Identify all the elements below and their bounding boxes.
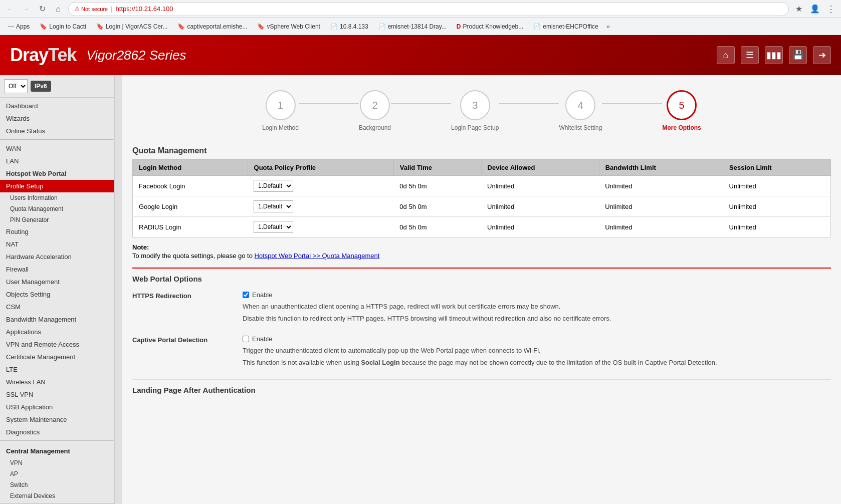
sidebar-item-vpn-central[interactable]: VPN — [0, 457, 114, 468]
row-fb-policy: 1.Default — [248, 176, 393, 196]
col-bandwidth-limit: Bandwidth Limit — [599, 160, 723, 176]
sidebar-item-profile-setup[interactable]: Profile Setup — [0, 180, 114, 192]
forward-button[interactable]: → — [20, 3, 32, 15]
bookmark-product[interactable]: D Product Knowledgeb... — [453, 22, 527, 31]
back-button[interactable]: ← — [4, 3, 16, 15]
save-icon-btn[interactable]: 💾 — [789, 46, 807, 64]
bookmark-emisnet[interactable]: 📄 emisnet-13814 Dray... — [374, 22, 451, 31]
sidebar-item-quota[interactable]: Quota Management — [0, 203, 114, 214]
row-fb-time: 0d 5h 0m — [393, 176, 481, 196]
url-text: https://10.21.64.100 — [116, 5, 173, 13]
sidebar-item-system[interactable]: System Maintenance — [0, 413, 114, 426]
https-enable-label[interactable]: Enable — [243, 291, 831, 299]
sidebar-item-dashboard[interactable]: Dashboard — [0, 100, 114, 112]
chart-icon-btn[interactable]: ▮▮▮ — [765, 46, 783, 64]
reload-button[interactable]: ↻ — [36, 3, 48, 15]
quota-management-link[interactable]: Hotspot Web Portal >> Quota Management — [255, 252, 380, 260]
sidebar-item-wan[interactable]: WAN — [0, 142, 114, 155]
https-enable-checkbox[interactable] — [243, 292, 249, 298]
sidebar-item-vpn-remote[interactable]: VPN and Remote Access — [0, 338, 114, 351]
table-row-facebook: Facebook Login 1.Default 0d 5h 0m Unlimi… — [133, 176, 831, 196]
home-button[interactable]: ⌂ — [52, 3, 64, 15]
sidebar-item-central-mgmt[interactable]: Central Management — [0, 443, 114, 457]
sidebar-item-certificate[interactable]: Certificate Management — [0, 351, 114, 363]
browser-menu-button[interactable]: ⋮ — [825, 3, 837, 15]
sidebar-item-wireless[interactable]: Wireless LAN — [0, 376, 114, 388]
bookmark-ip[interactable]: 📄 10.8.4.133 — [326, 22, 372, 31]
step-5: 5 More Options — [662, 90, 701, 131]
col-device-allowed: Device Allowed — [481, 160, 599, 176]
bookmark-star-button[interactable]: ★ — [793, 3, 805, 15]
sidebar-item-bandwidth[interactable]: Bandwidth Management — [0, 313, 114, 326]
sidebar-item-objects[interactable]: Objects Setting — [0, 288, 114, 301]
note-section: Note: To modify the quota settings, plea… — [132, 243, 831, 260]
step-3-circle[interactable]: 3 — [460, 90, 490, 120]
step-line-4 — [602, 103, 662, 104]
sidebar-item-usb[interactable]: USB Application — [0, 401, 114, 413]
step-4-label: Whitelist Setting — [559, 124, 602, 131]
landing-page-title: Landing Page After Authentication — [132, 379, 831, 394]
cacti-icon: 🔖 — [40, 23, 47, 30]
address-separator: | — [111, 5, 112, 13]
captive-portal-row: Captive Portal Detection Enable Trigger … — [132, 335, 831, 369]
sidebar-item-hardware[interactable]: Hardware Acceleration — [0, 250, 114, 263]
home-icon-btn[interactable]: ⌂ — [717, 46, 735, 64]
sidebar-item-lte[interactable]: LTE — [0, 363, 114, 376]
sidebar-item-ap[interactable]: AP — [0, 468, 114, 479]
wizard-steps: 1 Login Method 2 Background 3 Login Pa — [132, 85, 831, 146]
captive-enable-label[interactable]: Enable — [243, 335, 831, 343]
nav-divider-1 — [0, 139, 114, 140]
step-container-4: 4 Whitelist Setting — [559, 90, 662, 131]
sidebar-item-external[interactable]: External Devices — [0, 490, 114, 501]
sidebar-item-pin[interactable]: PIN Generator — [0, 214, 114, 225]
sidebar-item-user-mgmt[interactable]: User Management — [0, 276, 114, 288]
step-2-circle[interactable]: 2 — [360, 90, 390, 120]
sidebar-item-lan[interactable]: LAN — [0, 155, 114, 167]
router-header: DrayTek Vigor2862 Series ⌂ ☰ ▮▮▮ 💾 ➔ — [0, 35, 841, 75]
bookmark-cacti-label: Login to Cacti — [49, 23, 86, 30]
sidebar-item-firewall[interactable]: Firewall — [0, 263, 114, 276]
address-bar[interactable]: ⚠ Not secure | https://10.21.64.100 — [68, 2, 789, 16]
bookmark-vsphere[interactable]: 🔖 vSphere Web Client — [253, 22, 324, 31]
sidebar-item-csm[interactable]: CSM — [0, 301, 114, 313]
bookmark-apps[interactable]: ⋅⋅⋅ Apps — [4, 22, 34, 31]
web-portal-options-section: Web Portal Options HTTPS Redirection Ena… — [132, 268, 831, 369]
step-5-circle[interactable]: 5 — [667, 90, 697, 120]
step-4-circle[interactable]: 4 — [565, 90, 595, 120]
sidebar-item-online-status[interactable]: Online Status — [0, 125, 114, 137]
sidebar-item-nat[interactable]: NAT — [0, 238, 114, 250]
bookmark-cacti[interactable]: 🔖 Login to Cacti — [36, 22, 90, 31]
bookmark-vsphere-label: vSphere Web Client — [267, 23, 320, 30]
col-quota-policy: Quota Policy Profile — [248, 160, 393, 176]
profile-button[interactable]: 👤 — [809, 3, 821, 15]
row-fb-policy-select[interactable]: 1.Default — [254, 180, 293, 192]
step-1-circle[interactable]: 1 — [266, 90, 296, 120]
sidebar-item-wizards[interactable]: Wizards — [0, 112, 114, 125]
sidebar-item-routing[interactable]: Routing — [0, 225, 114, 238]
logout-icon-btn[interactable]: ➔ — [813, 46, 831, 64]
web-portal-options-title: Web Portal Options — [132, 275, 831, 283]
ip-mode-select[interactable]: Off On — [4, 79, 28, 93]
step-container-3: 3 Login Page Setup — [451, 90, 559, 131]
sidebar-item-applications[interactable]: Applications — [0, 326, 114, 338]
sidebar-item-diagnostics[interactable]: Diagnostics — [0, 426, 114, 438]
bookmark-captive[interactable]: 🔖 captiveportal.emishe... — [173, 22, 251, 31]
sidebar-item-hotspot[interactable]: Hotspot Web Portal — [0, 167, 114, 180]
sidebar-item-switch[interactable]: Switch — [0, 479, 114, 490]
step-3-label: Login Page Setup — [451, 124, 499, 131]
row-google-policy-select[interactable]: 1.Default — [254, 200, 293, 212]
sidebar-item-ssl-vpn[interactable]: SSL VPN — [0, 388, 114, 401]
col-login-method: Login Method — [133, 160, 248, 176]
ipv6-button[interactable]: IPv6 — [31, 81, 51, 92]
sidebar-scrollbar[interactable] — [114, 75, 122, 504]
captive-enable-checkbox[interactable] — [243, 336, 249, 342]
row-radius-policy-select[interactable]: 1.Default — [254, 221, 293, 233]
step-4: 4 Whitelist Setting — [559, 90, 602, 131]
apps-icon: ⋅⋅⋅ — [8, 23, 14, 30]
bookmark-more-button[interactable]: » — [604, 22, 612, 31]
ip-icon: 📄 — [330, 23, 338, 30]
list-icon-btn[interactable]: ☰ — [741, 46, 759, 64]
sidebar-item-users-info[interactable]: Users Information — [0, 192, 114, 203]
bookmark-vigoracs[interactable]: 🔖 Login | VigorACS Cer... — [92, 22, 172, 31]
bookmark-ehcp[interactable]: 📄 emisnet-EHCPOffice — [529, 22, 602, 31]
